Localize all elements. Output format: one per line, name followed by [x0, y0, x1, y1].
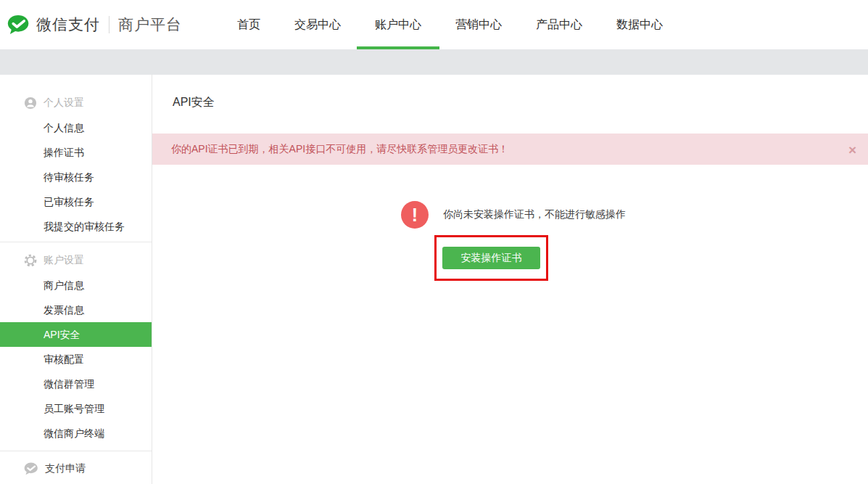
- certificate-warning-block: ! 你尚未安装操作证书，不能进行敏感操作 安装操作证书: [152, 201, 868, 281]
- sub-header-band: [0, 49, 868, 75]
- sidebar-item-operation-certificate[interactable]: 操作证书: [0, 140, 152, 165]
- page-body: 个人设置 个人信息 操作证书 待审核任务 已审核任务 我提交的审核任务 账户设置: [0, 75, 868, 484]
- exclamation-circle-icon: !: [401, 201, 429, 229]
- nav-tab-transaction-center[interactable]: 交易中心: [294, 0, 341, 49]
- sidebar-divider: [0, 242, 152, 242]
- sidebar-item-review-config[interactable]: 审核配置: [0, 347, 152, 372]
- main-content: API安全 你的API证书已到期，相关API接口不可使用，请尽快联系管理员更改证…: [152, 75, 868, 484]
- sidebar-item-wechat-group-management[interactable]: 微信群管理: [0, 372, 152, 396]
- sidebar-section-title: 账户设置: [44, 254, 84, 267]
- logo: 微信支付 商户平台: [7, 0, 182, 49]
- sidebar: 个人设置 个人信息 操作证书 待审核任务 已审核任务 我提交的审核任务 账户设置: [0, 75, 152, 484]
- nav-tab-data-center[interactable]: 数据中心: [616, 0, 663, 49]
- sidebar-item-my-submitted-review-tasks[interactable]: 我提交的审核任务: [0, 214, 152, 239]
- alert-message: 你的API证书已到期，相关API接口不可使用，请尽快联系管理员更改证书！: [152, 143, 508, 156]
- sidebar-items-personal: 个人信息 操作证书 待审核任务 已审核任务 我提交的审核任务: [0, 115, 152, 239]
- sidebar-item-reviewed-tasks[interactable]: 已审核任务: [0, 189, 152, 214]
- sidebar-item-invoice-info[interactable]: 发票信息: [0, 298, 152, 322]
- annotation-highlight-box: 安装操作证书: [434, 235, 548, 281]
- nav-tab-product-center[interactable]: 产品中心: [536, 0, 582, 49]
- sidebar-items-account: 商户信息 发票信息 API安全 审核配置 微信群管理 员工账号管理 微信商户终端: [0, 273, 152, 446]
- warning-message: 你尚未安装操作证书，不能进行敏感操作: [443, 208, 626, 221]
- sidebar-item-wechat-merchant-terminal[interactable]: 微信商户终端: [0, 421, 152, 446]
- wechat-icon: [24, 462, 38, 475]
- top-header: 微信支付 商户平台 首页 交易中心 账户中心 营销中心 产品中心 数据中心: [0, 0, 868, 49]
- sidebar-item-personal-info[interactable]: 个人信息: [0, 115, 152, 140]
- sidebar-item-merchant-info[interactable]: 商户信息: [0, 273, 152, 298]
- wechat-pay-logo-icon: [7, 15, 30, 35]
- logo-divider: [109, 16, 109, 33]
- wechat-pay-merchant-platform: 微信支付 商户平台 首页 交易中心 账户中心 营销中心 产品中心 数据中心: [0, 0, 868, 484]
- user-icon: [24, 97, 37, 110]
- sidebar-section-title: 支付申请: [45, 462, 86, 475]
- close-icon[interactable]: ×: [848, 142, 856, 156]
- sidebar-section-payment-application[interactable]: 支付申请: [0, 456, 152, 481]
- sidebar-divider: [0, 451, 152, 451]
- gear-icon: [24, 254, 37, 267]
- install-certificate-button[interactable]: 安装操作证书: [442, 247, 540, 269]
- exclamation-glyph: !: [412, 205, 418, 226]
- primary-nav: 首页 交易中心 账户中心 营销中心 产品中心 数据中心: [237, 0, 663, 49]
- alert-banner: 你的API证书已到期，相关API接口不可使用，请尽快联系管理员更改证书！ ×: [152, 134, 868, 165]
- product-name: 商户平台: [118, 15, 182, 35]
- sidebar-item-pending-review-tasks[interactable]: 待审核任务: [0, 165, 152, 189]
- sidebar-item-staff-account-management[interactable]: 员工账号管理: [0, 396, 152, 421]
- sidebar-section-title: 个人设置: [44, 97, 84, 110]
- nav-tab-home[interactable]: 首页: [237, 0, 260, 49]
- sidebar-section-personal-settings: 个人设置: [0, 91, 152, 115]
- brand-name: 微信支付: [36, 15, 100, 35]
- nav-tab-account-center[interactable]: 账户中心: [375, 0, 421, 49]
- sidebar-section-account-settings: 账户设置: [0, 248, 152, 273]
- page-title: API安全: [152, 75, 868, 110]
- sidebar-item-api-security[interactable]: API安全: [0, 322, 152, 347]
- warning-row: ! 你尚未安装操作证书，不能进行敏感操作: [401, 201, 868, 229]
- nav-tab-marketing-center[interactable]: 营销中心: [455, 0, 502, 49]
